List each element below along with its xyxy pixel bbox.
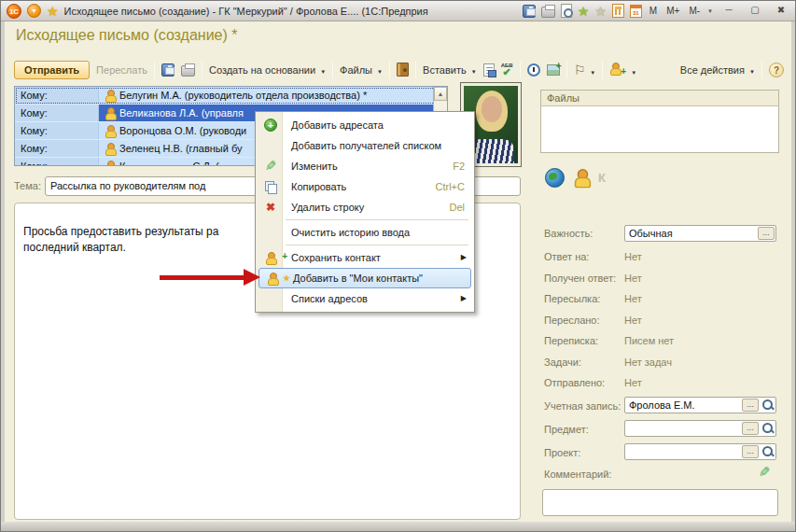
form-toolbar: Отправить Переслать Создать на основании…	[14, 57, 784, 82]
person-icon	[105, 90, 116, 102]
all-actions-dropdown[interactable]: Все действия ▼	[680, 64, 755, 76]
calendar-icon[interactable]: 31	[630, 5, 642, 18]
spellcheck-icon[interactable]: АБВ✔	[501, 63, 513, 77]
sent-label: Отправлено:	[544, 377, 605, 388]
favorites-star-icon[interactable]: ★	[47, 5, 59, 18]
maximize-button[interactable]: ▢	[745, 4, 765, 18]
window-title: Исходящее письмо (создание) - ГК "Меркур…	[64, 6, 428, 17]
window-titlebar: 1С ▼ ★ Исходящее письмо (создание) - ГК …	[1, 1, 796, 21]
importance-label: Важность:	[544, 228, 593, 239]
memory-plus-button[interactable]: M+	[664, 6, 681, 16]
add-image-icon[interactable]	[547, 64, 560, 76]
reply-to-value: Нет	[624, 251, 642, 262]
account-input[interactable]: Фролова Е.М. ...	[624, 397, 776, 413]
create-based-dropdown[interactable]: Создать на основании ▼	[209, 64, 326, 76]
project-picker-button[interactable]: ...	[742, 445, 759, 458]
importance-input[interactable]: Обычная ...	[624, 225, 776, 242]
main-menu-icon[interactable]: ▼	[27, 4, 41, 18]
forwarded-value: Нет	[624, 315, 642, 326]
subject-search-icon[interactable]	[761, 422, 775, 435]
project-label: Проект:	[544, 447, 580, 458]
menu-item-add-to-my-contacts[interactable]: ★ Добавить в "Мои контакты"	[258, 268, 471, 288]
account-search-icon[interactable]	[761, 399, 775, 412]
account-picker-button[interactable]: ...	[742, 399, 759, 412]
report-icon[interactable]	[483, 63, 495, 77]
subject-ref-input[interactable]: ...	[624, 420, 776, 437]
copy-icon	[265, 181, 276, 193]
forwarding-value: Нет	[624, 293, 642, 304]
close-button[interactable]: ✖	[771, 4, 791, 18]
delete-icon: ✖	[266, 197, 275, 217]
save-icon[interactable]	[523, 5, 536, 18]
application-window: 1С ▼ ★ Исходящее письмо (создание) - ГК …	[0, 0, 796, 532]
toolbar-separator	[761, 62, 762, 78]
scroll-up-icon[interactable]: ▲	[434, 87, 447, 101]
flag-icon: ⚐	[574, 63, 586, 77]
menu-item-address-lists[interactable]: Списки адресов ▶	[258, 288, 472, 309]
sent-value: Нет	[624, 377, 642, 388]
forward-button[interactable]: Переслать	[96, 64, 147, 76]
contact-channel-icons: К	[545, 168, 606, 188]
answer-received-value: Нет	[624, 273, 642, 284]
clock-icon[interactable]	[527, 63, 540, 77]
app-logo-icon: 1С	[7, 4, 21, 19]
photo-detail	[482, 96, 502, 122]
menu-item-edit[interactable]: ✎ Изменить F2	[258, 156, 472, 176]
window-border-bottom	[1, 522, 796, 532]
files-panel: Файлы	[540, 90, 779, 153]
add-favorite-icon[interactable]: ★	[578, 5, 590, 18]
person-icon	[105, 125, 116, 137]
subject-picker-button[interactable]: ...	[742, 422, 759, 435]
add-icon: +	[264, 119, 277, 132]
menu-item-clear-input-history[interactable]: Очистить историю ввода	[258, 222, 472, 243]
edit-comment-icon[interactable]: ✎	[759, 466, 771, 479]
toolbar-separator	[415, 62, 416, 78]
page-title: Исходящее письмо (создание) *	[16, 27, 238, 44]
k-letter-label: К	[598, 171, 606, 185]
calculator-icon[interactable]	[612, 4, 624, 18]
menu-item-copy[interactable]: Копировать Ctrl+C	[258, 176, 472, 197]
memory-minus-button[interactable]: M-	[687, 6, 702, 16]
address-book-icon[interactable]	[397, 63, 409, 77]
person-icon	[105, 143, 116, 155]
correspondence-value: Писем нет	[624, 335, 674, 346]
toolbar-more-icon[interactable]: ▼	[707, 8, 713, 14]
flag-dropdown[interactable]: ⚐ ▼	[574, 63, 596, 77]
account-label: Учетная запись:	[544, 400, 621, 412]
comment-input[interactable]	[542, 489, 778, 516]
menu-item-delete-row[interactable]: ✖ Удалить строку Del	[258, 197, 472, 217]
insert-dropdown[interactable]: Вставить ▼	[423, 64, 477, 76]
project-search-icon[interactable]	[761, 445, 775, 458]
add-contact-dropdown[interactable]: + ▼	[609, 63, 636, 77]
contact-person-icon[interactable]	[573, 169, 589, 187]
print-document-icon[interactable]	[181, 65, 195, 77]
print-preview-icon[interactable]	[561, 4, 572, 18]
menu-item-add-addressee[interactable]: + Добавить адресата	[258, 115, 472, 135]
forwarding-label: Пересылка:	[544, 293, 600, 304]
menu-item-add-recipients-list[interactable]: Добавить получателей списком	[258, 135, 472, 156]
history-icon: ★	[594, 5, 607, 18]
person-icon	[105, 161, 116, 167]
answer-received-label: Получен ответ:	[544, 273, 616, 284]
photo-detail	[469, 139, 514, 163]
project-input[interactable]: ...	[624, 443, 776, 460]
print-icon[interactable]	[541, 7, 555, 18]
send-button[interactable]: Отправить	[14, 61, 90, 79]
forwarded-label: Переслано:	[544, 315, 600, 326]
importance-picker-button[interactable]: ...	[758, 227, 775, 240]
save-document-icon[interactable]	[161, 63, 175, 77]
window-border-right	[791, 21, 795, 523]
memory-button[interactable]: M	[648, 6, 659, 16]
files-dropdown[interactable]: Файлы ▼	[340, 64, 383, 76]
help-icon[interactable]: ?	[769, 63, 784, 77]
person-add-icon	[609, 63, 621, 75]
files-panel-header[interactable]: Файлы	[541, 91, 778, 106]
minimize-button[interactable]: ─	[719, 4, 739, 18]
recipient-row[interactable]: Кому: Белугин М.А. (руководитель отдела …	[15, 87, 447, 105]
person-icon	[105, 107, 116, 119]
annotation-arrow	[160, 275, 244, 280]
internet-icon[interactable]	[545, 168, 565, 188]
menu-item-save-contact[interactable]: + Сохранить контакт ▶	[258, 247, 472, 268]
menu-separator	[286, 245, 468, 245]
submenu-arrow-icon: ▶	[461, 288, 472, 309]
